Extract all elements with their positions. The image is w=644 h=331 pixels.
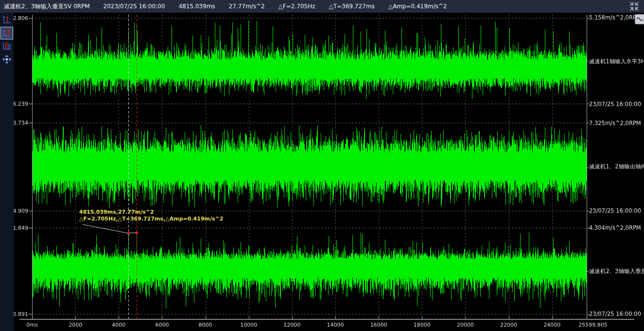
x-tick-label: 10000: [240, 322, 257, 328]
cursor-annotation-line1: 4815.039ms,27.77m/s^2: [79, 209, 223, 216]
waveform-view-button[interactable]: [635, 14, 644, 24]
x-tick-label: 22000: [500, 322, 517, 328]
ch2-date-label: 23/07/25 16:00:00: [589, 207, 641, 214]
x-tick-label: 12000: [283, 322, 300, 328]
cursor-annotation: 4815.039ms,27.77m/s^2 △F=2.705Hz,△T=369.…: [79, 209, 223, 222]
dual-cursor-tool-button[interactable]: [1, 27, 13, 39]
pan-move-icon: [2, 55, 12, 64]
harmonic-cursor-icon: [2, 41, 12, 51]
single-cursor-icon: [2, 15, 12, 25]
x-tick-label: 14000: [327, 322, 344, 328]
top-status-bar: 减速机2、3轴输入垂直5V 0RPM 2023/07/25 16:00:00 4…: [0, 0, 644, 13]
ch1-rms-label: 5.158m/s^2,0RPM: [589, 14, 641, 21]
delta-amplitude-readout: △Amp=0.419m/s^2: [388, 3, 447, 10]
x-tick-label: 18000: [414, 322, 431, 328]
measurement-datetime: 2023/07/25 16:00:00: [104, 3, 165, 10]
single-cursor-tool-button[interactable]: [1, 14, 13, 26]
cursor-annotation-line2: △F=2.705Hz,△T=369.727ms,△Amp=0.419m/s^2: [79, 216, 223, 222]
sine-wave-icon: [636, 16, 644, 22]
dual-cursor-icon: [2, 28, 12, 38]
delta-time-readout: △T=369.727ms: [329, 3, 374, 10]
cursor-amplitude-readout: 27.77m/s^2: [229, 3, 265, 10]
cursor-time-readout: 4815.039ms: [178, 3, 215, 10]
x-tick-label: 24000: [543, 322, 560, 328]
delta-frequency-readout: △F=2.705Hz: [278, 3, 315, 10]
left-toolbar: [0, 13, 14, 331]
ch2-name-label: 减速机1、2轴输出轴向4A: [589, 163, 644, 170]
x-tick-label: 0ms: [26, 322, 37, 328]
ch1-date-label: 23/07/25 16:00:00: [589, 101, 641, 108]
vibration-analyzer-window: 减速机2、3轴输入垂直5V 0RPM 2023/07/25 16:00:00 4…: [0, 0, 644, 331]
x-tick-label: 20000: [457, 322, 474, 328]
ch3-date-label: 23/07/25 16:00:00: [589, 311, 641, 317]
x-tick-label: 6000: [155, 322, 169, 328]
ch2-rms-label: 7.325m/s^2,0RPM: [589, 120, 641, 127]
collapse-window-icon[interactable]: [628, 1, 640, 11]
x-tick-label: 4000: [112, 322, 125, 328]
waveform-plot-canvas[interactable]: [0, 0, 644, 331]
ch3-name-label: 减速机2、3轴输入垂直5V: [589, 268, 644, 275]
pan-tool-button[interactable]: [1, 54, 13, 65]
channel-title: 减速机2、3轴输入垂直5V 0RPM: [4, 2, 90, 11]
x-tick-label: 25599.805: [578, 322, 608, 328]
ch1-name-label: 减速机1轴输入水平3H: [589, 58, 644, 65]
harmonic-cursor-tool-button[interactable]: [1, 40, 13, 52]
x-axis-labels: 0ms2000400060008000100001200014000160001…: [0, 322, 644, 330]
x-tick-label: 16000: [370, 322, 387, 328]
x-tick-label: 8000: [199, 322, 212, 328]
x-tick-label: 2000: [69, 322, 82, 328]
ch3-rms-label: 4.304m/s^2,0RPM: [589, 224, 641, 231]
